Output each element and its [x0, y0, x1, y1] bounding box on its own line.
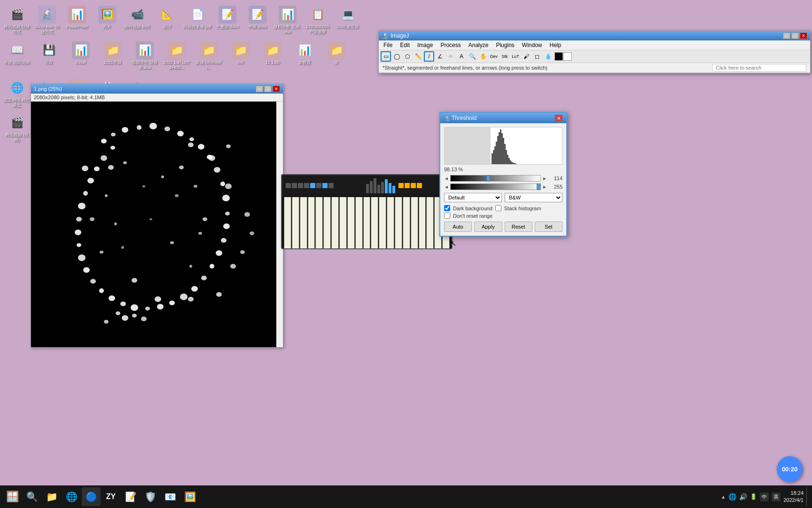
key-f2[interactable] [363, 197, 371, 249]
tool-hand[interactable]: ✋ [478, 51, 488, 62]
desktop-icon-row2-2[interactable]: 📊 Excel [66, 40, 96, 73]
tool-oval[interactable]: ◯ [391, 51, 402, 62]
desktop-icon-row2-0[interactable]: 📖 有道 国际词典 [2, 40, 32, 73]
desktop-icon-row4-0[interactable]: 🎬 腾讯视频 (视频) [2, 112, 32, 145]
tool-lut[interactable]: LuT [510, 51, 521, 62]
desktop-icon-top-6[interactable]: 📄 田萌技名单 pdf [182, 4, 212, 37]
imagej-minimize-btn[interactable]: ─ [783, 32, 790, 39]
menu-file[interactable]: File [380, 41, 396, 49]
toolbar-color-fg[interactable] [554, 52, 563, 61]
key-c2[interactable] [339, 197, 347, 249]
midi-pad-5[interactable] [310, 183, 315, 188]
midi-pad-1[interactable] [286, 183, 291, 188]
image-canvas[interactable] [31, 102, 276, 347]
taskbar-files[interactable]: 📁 [42, 487, 61, 506]
key-c3[interactable] [395, 197, 402, 249]
key-g3[interactable] [426, 197, 434, 249]
menu-plugins[interactable]: Plugins [492, 41, 518, 49]
show-desktop-btn[interactable] [806, 487, 809, 506]
menu-edit[interactable]: Edit [396, 41, 414, 49]
midi-pad-12[interactable] [417, 183, 422, 188]
desktop-icon-top-8[interactable]: 📝 申调.docx [242, 4, 273, 37]
menu-image[interactable]: Image [414, 41, 437, 49]
imagej-close-btn[interactable]: ✕ [800, 32, 807, 39]
desktop-icon-row2-7[interactable]: 📁 cell [226, 40, 256, 73]
image-maximize-btn[interactable]: □ [264, 86, 272, 92]
tool-brush[interactable]: 🖌 [521, 51, 531, 62]
threshold-method-select[interactable]: Default Huang Intermodes IsoData Li MaxE… [444, 193, 502, 202]
midi-pad-7[interactable] [322, 183, 328, 188]
taskbar-app7[interactable]: 🖼️ [180, 487, 199, 506]
tool-freehand[interactable]: ✏️ [413, 51, 423, 62]
key-g1[interactable] [315, 197, 323, 249]
tool-text[interactable]: A [456, 51, 467, 62]
midi-pad-2[interactable] [292, 183, 297, 188]
dont-reset-checkbox[interactable] [444, 213, 450, 219]
clock-widget[interactable]: 00:20 [777, 456, 803, 482]
systray-lang[interactable]: 英 [772, 492, 781, 501]
tool-eraser[interactable]: ◻ [532, 51, 542, 62]
auto-button[interactable]: Auto [444, 222, 472, 232]
desktop-icon-row2-1[interactable]: 💾 百库 [34, 40, 64, 73]
systray-network[interactable]: 🌐 [728, 493, 736, 500]
menu-window[interactable]: Window [518, 41, 546, 49]
tool-polygon[interactable]: ⬠ [402, 51, 413, 62]
tool-dev[interactable]: Dev [489, 51, 499, 62]
desktop-icon-row2-10[interactable]: 📁 发 [321, 40, 351, 73]
image-close-btn[interactable]: ✕ [273, 86, 280, 92]
reset-button[interactable]: Reset [505, 222, 532, 232]
key-d3[interactable] [403, 197, 410, 249]
desktop-icon-row2-6[interactable]: 📁 新建 Microsoft... [194, 40, 224, 73]
desktop-icon-row2-3[interactable]: 📁 2021年级 [98, 40, 128, 73]
taskbar-search[interactable]: 🔍 [23, 487, 41, 506]
taskbar-edge[interactable]: 🌐 [62, 487, 81, 506]
systray-ime[interactable]: 中 [760, 492, 769, 501]
tool-line[interactable]: / [424, 51, 434, 62]
midi-pad-11[interactable] [411, 183, 416, 188]
menu-help[interactable]: Help [546, 41, 565, 49]
image-minimize-btn[interactable]: ─ [256, 86, 263, 92]
desktop-icon-top-2[interactable]: 📊 PowerPoint [62, 4, 92, 37]
taskbar-word[interactable]: 📝 [121, 487, 140, 506]
lower-slider-left-arrow[interactable]: ◄ [444, 176, 449, 181]
menu-process[interactable]: Process [437, 41, 464, 49]
key-f3[interactable] [419, 197, 426, 249]
midi-pad-9[interactable] [398, 183, 404, 188]
threshold-close-btn[interactable]: ✕ [555, 115, 562, 121]
lower-slider-track[interactable] [450, 175, 541, 182]
upper-slider-track[interactable] [450, 183, 541, 190]
lower-slider-right-arrow[interactable]: ► [542, 176, 547, 181]
systray-expand[interactable]: ▲ [721, 494, 726, 500]
tool-zoom[interactable]: 🔍 [467, 51, 477, 62]
apply-button[interactable]: Apply [474, 222, 502, 232]
taskbar-start[interactable]: 🪟 [3, 487, 22, 506]
key-a1[interactable] [323, 197, 331, 249]
desktop-icon-row2-9[interactable]: 📊 参数度 [289, 40, 320, 73]
key-e1[interactable] [300, 197, 307, 249]
key-e3[interactable] [411, 197, 418, 249]
taskbar-chrome[interactable]: 🔵 [82, 487, 101, 506]
upper-slider-right-arrow[interactable]: ► [542, 184, 547, 190]
stack-histogram-checkbox[interactable] [495, 205, 501, 211]
tool-angle[interactable]: ∠ [435, 51, 445, 62]
midi-pad-6[interactable] [316, 183, 321, 188]
tool-flood[interactable]: 💧 [543, 51, 553, 62]
imagej-maximize-btn[interactable]: □ [791, 32, 799, 39]
tool-rectangle[interactable]: ▭ [381, 51, 391, 62]
key-b1[interactable] [331, 197, 339, 249]
key-a2[interactable] [379, 197, 386, 249]
menu-analyze[interactable]: Analyze [465, 41, 492, 49]
key-e2[interactable] [355, 197, 363, 249]
desktop-icon-top-9[interactable]: 📊 微积分数 总表.xlsx [273, 4, 303, 37]
desktop-icon-top-7[interactable]: 📝 生重据 docx [212, 4, 242, 37]
midi-pad-8[interactable] [328, 183, 334, 188]
desktop-icon-row2-8[interactable]: 📁 12 1.8b [258, 40, 288, 73]
midi-pad-4[interactable] [304, 183, 309, 188]
desktop-icon-top-11[interactable]: 💻 G5经凌层屏 [333, 4, 363, 37]
systray-battery[interactable]: 🔋 [750, 493, 757, 500]
imagej-search-input[interactable] [712, 64, 806, 71]
threshold-color-select[interactable]: B&W Red Over/Under [505, 193, 562, 202]
set-button[interactable]: Set [535, 222, 562, 232]
tool-multipoint[interactable]: ⁘ [445, 51, 456, 62]
tool-stk[interactable]: Stk [500, 51, 510, 62]
